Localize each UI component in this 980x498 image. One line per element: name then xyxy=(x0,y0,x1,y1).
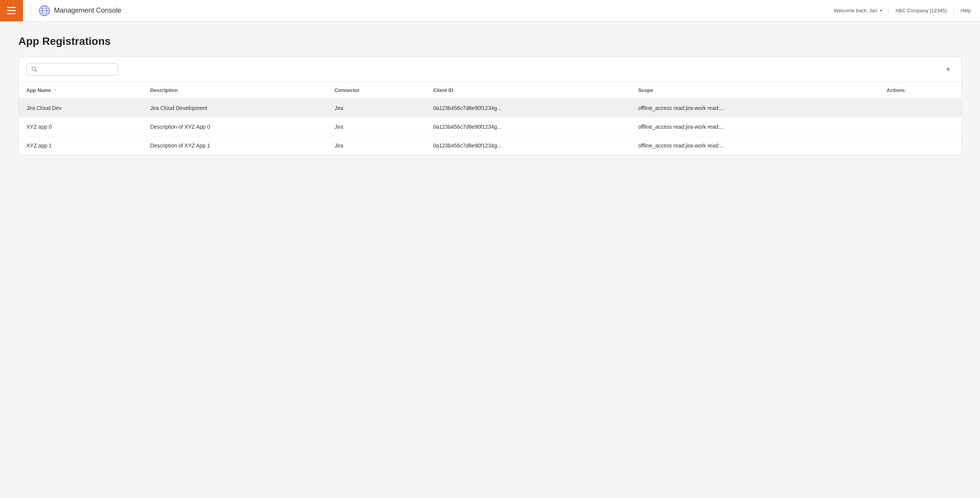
app-title: Management Console xyxy=(54,7,121,15)
cell-actions xyxy=(879,136,961,155)
cell-description: Jira Cloud Development xyxy=(142,99,327,118)
welcome-text[interactable]: Welcome back, Jan ▾ xyxy=(834,8,882,13)
col-header-actions: Actions xyxy=(879,82,961,99)
add-button[interactable]: + xyxy=(943,64,954,75)
table-header: App Name ↑ Description Connector Client … xyxy=(19,82,961,99)
search-box[interactable] xyxy=(26,63,118,75)
cell-app-name: XYZ app 1 xyxy=(19,136,142,155)
search-input[interactable] xyxy=(41,66,113,72)
cell-connector: Jira xyxy=(327,118,426,136)
hamburger-icon xyxy=(7,7,16,14)
col-header-scope: Scope xyxy=(630,82,879,99)
nav-separator-2: | xyxy=(953,8,955,14)
main-content: App Registrations + App Name ↑ xyxy=(0,21,980,498)
cell-client-id: 0a123b456c7d8e90f1234g... xyxy=(426,118,630,136)
app-logo: Management Console xyxy=(39,5,121,16)
cell-connector: Jira xyxy=(327,136,426,155)
app-registrations-table: App Name ↑ Description Connector Client … xyxy=(19,82,961,155)
cell-scope: offline_access read:jira-work read:... xyxy=(630,136,879,155)
table-row[interactable]: XYZ app 0Description of XYZ App 0Jira0a1… xyxy=(19,118,961,136)
cell-client-id: 0a123b456c7d8e90f1234g... xyxy=(426,99,630,118)
svg-line-6 xyxy=(36,70,37,72)
col-header-app-name[interactable]: App Name ↑ xyxy=(19,82,142,99)
cell-description: Description of XYZ App 0 xyxy=(142,118,327,136)
app-registrations-table-card: + App Name ↑ Description Connector xyxy=(18,57,962,156)
cell-app-name: XYZ app 0 xyxy=(19,118,142,136)
top-navigation: Management Console Welcome back, Jan ▾ |… xyxy=(0,0,980,21)
chevron-down-icon: ▾ xyxy=(880,8,882,13)
table-body: Jira Cloud DevJira Cloud DevelopmentJira… xyxy=(19,99,961,155)
cell-connector: Jira xyxy=(327,99,426,118)
nav-separator: | xyxy=(888,8,890,14)
table-toolbar: + xyxy=(19,57,961,82)
cell-scope: offline_access read:jira-work read:... xyxy=(630,99,879,118)
cell-app-name: Jira Cloud Dev xyxy=(19,99,142,118)
cell-actions xyxy=(879,99,961,118)
search-icon xyxy=(31,66,38,72)
table-row[interactable]: Jira Cloud DevJira Cloud DevelopmentJira… xyxy=(19,99,961,118)
nav-right: Welcome back, Jan ▾ | ABC Company (12345… xyxy=(834,8,980,14)
table-row[interactable]: XYZ app 1Description of XYZ App 1Jira0a1… xyxy=(19,136,961,155)
nav-divider xyxy=(31,5,31,16)
company-name: ABC Company (12345) xyxy=(895,8,947,13)
cell-actions xyxy=(879,118,961,136)
help-link[interactable]: Help xyxy=(960,8,971,13)
menu-button[interactable] xyxy=(0,0,23,21)
col-header-connector: Connector xyxy=(327,82,426,99)
sort-arrow-icon: ↑ xyxy=(54,87,57,93)
cell-scope: offline_access read:jira-work read:... xyxy=(630,118,879,136)
col-header-client-id: Client ID xyxy=(426,82,630,99)
globe-icon xyxy=(39,5,50,16)
col-header-description: Description xyxy=(142,82,327,99)
cell-client-id: 0a123b456c7d8e90f1234g... xyxy=(426,136,630,155)
page-title: App Registrations xyxy=(18,35,962,48)
cell-description: Description of XYZ App 1 xyxy=(142,136,327,155)
